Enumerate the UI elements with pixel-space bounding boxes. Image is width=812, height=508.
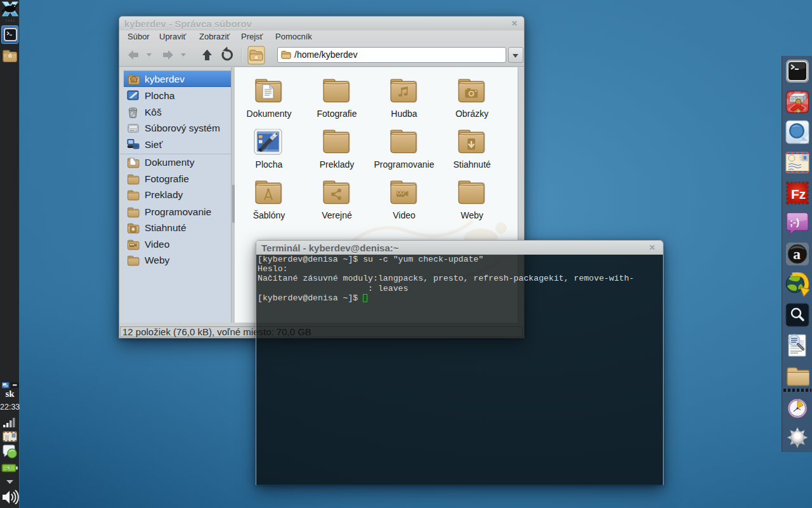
- svg-text:;-): ;-): [790, 217, 799, 227]
- svg-text:Fz: Fz: [791, 187, 806, 201]
- svg-text:a: a: [793, 246, 801, 262]
